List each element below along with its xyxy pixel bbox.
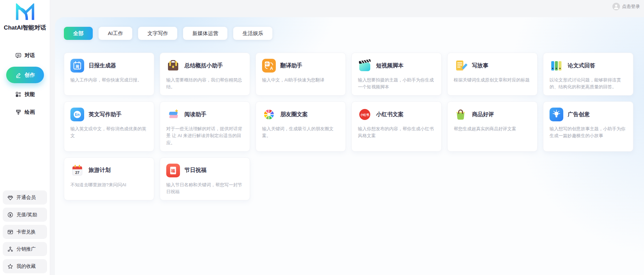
card-title: 写故事 [472,62,488,69]
content-panel: 全部AI工作文字写作新媒体运营生活娱乐 周日报生成器输入工作内容，帮你快速完成日… [55,17,644,275]
sidebar-item-skills[interactable]: 技能 [15,88,35,101]
vip-icon [7,195,13,201]
tool-card-summary[interactable]: 总结概括小助手输入需要概括的内容，我们帮你精简总结。 [160,53,250,96]
ad-creative-icon [550,108,563,121]
festival-icon: 福 [166,164,180,177]
card-title: 节日祝福 [184,167,206,174]
sidebar-button-label: 卡密兑换 [16,229,36,235]
card-title: 阅读助手 [184,111,206,118]
sidebar-item-label: 创作 [25,72,35,78]
reading-icon [166,108,180,121]
card-description: 输入需要概括的内容，我们帮你精简总结。 [166,77,244,90]
tool-card-translate[interactable]: 中A翻译助手输入中文，AI助手快速为您翻译 [256,53,346,96]
tool-card-festival[interactable]: 福节日祝福输入节日名称和关键词，帮您写一封节日祝福 [160,157,250,200]
avatar-icon [612,3,620,10]
card-title: 广告创意 [568,111,590,118]
good-review-icon [454,108,467,121]
tool-card-travel-plan[interactable]: 27旅游计划不知道去哪里旅游?来问问AI [64,157,154,200]
sidebar-button-recharge[interactable]: 充值/奖励 [3,208,47,222]
sidebar-button-favorites[interactable]: 我的收藏 [3,259,47,273]
card-title: 商品好评 [472,111,494,118]
card-description: 不知道去哪里旅游?来问问AI [70,182,148,188]
card-title: 英文写作助手 [89,111,122,118]
card-title: 朋友圈文案 [280,111,308,118]
card-description: 输入英文或中文，帮你润色成优美的英文 [70,125,148,139]
login-label: 点击登录 [622,3,640,10]
redeem-icon [7,229,13,235]
tool-card-reading[interactable]: 阅读助手对于一些无法理解的对话，提供对话背景 让 AI 来进行解读并制定出适当的… [160,101,250,151]
card-title: 论文式回答 [568,62,595,69]
card-description: 输入中文，AI助手快速为您翻译 [262,77,339,84]
create-icon [15,72,22,78]
logo-m-icon [14,3,36,21]
english-writing-icon: En [70,108,84,121]
card-title: 日报生成器 [89,62,116,69]
sidebar: ChatAI智能对话 对话创作技能绘画 开通会员充值/奖励卡密兑换分销推广我的收… [0,0,50,275]
card-title: 旅游计划 [89,167,111,174]
sidebar-item-create[interactable]: 创作 [6,67,44,83]
tool-card-good-review[interactable]: 商品好评帮您生成超真实的商品好评文案 [447,101,538,151]
tab-writing[interactable]: 文字写作 [138,27,177,40]
tool-card-daily-report[interactable]: 周日报生成器输入工作内容，帮你快速完成日报。 [64,53,154,96]
tool-card-xiaohongshu[interactable]: 小红书小红书文案输入你想发布的内容，帮你生成小红书风格文案 [351,101,442,151]
sidebar-button-label: 充值/奖励 [16,212,37,218]
svg-text:27: 27 [75,170,79,174]
tool-card-moments[interactable]: 朋友圈文案输入关键词，生成吸引人的朋友圈文案。 [256,101,346,151]
tool-card-essay-answer[interactable]: 论文式回答以论文形式讨论问题，能够获得连贯的、结构化的和更高质量的回答。 [543,53,633,96]
translate-icon: 中A [262,59,276,73]
tab-life[interactable]: 生活娱乐 [233,27,272,40]
svg-text:福: 福 [171,168,175,173]
svg-text:En: En [75,112,79,117]
card-description: 以论文形式讨论问题，能够获得连贯的、结构化的和更高质量的回答。 [550,77,627,90]
card-title: 小红书文案 [376,111,404,118]
card-description: 输入你想发布的内容，帮你生成小红书风格文案 [358,125,435,139]
sidebar-item-paint[interactable]: 绘画 [15,106,35,119]
card-description: 输入节日名称和关键词，帮您写一封节日祝福 [166,182,244,195]
tool-card-write-story[interactable]: 写故事根据关键词生成原创文章和对应的标题 [447,53,538,96]
svg-text:中: 中 [265,62,269,66]
sidebar-button-label: 我的收藏 [16,263,36,270]
chat-icon [15,52,22,59]
short-video-icon [358,59,372,73]
tab-ai-work[interactable]: AI工作 [99,27,132,40]
travel-plan-icon: 27 [70,164,84,177]
card-description: 输入想要拍摄的主题，小助手为你生成一个短视频脚本 [358,77,435,90]
card-description: 帮您生成超真实的商品好评文案 [454,125,531,132]
sidebar-item-label: 技能 [25,91,35,98]
tab-media[interactable]: 新媒体运营 [183,27,227,40]
category-tabs: 全部AI工作文字写作新媒体运营生活娱乐 [55,17,644,40]
daily-report-icon: 周 [70,59,84,73]
card-description: 输入关键词，生成吸引人的朋友圈文案。 [262,125,339,139]
tool-card-short-video[interactable]: 短视频脚本输入想要拍摄的主题，小助手为你生成一个短视频脚本 [351,53,442,96]
card-description: 根据关键词生成原创文章和对应的标题 [454,77,531,84]
tool-card-english-writing[interactable]: En英文写作助手输入英文或中文，帮你润色成优美的英文 [64,101,154,151]
svg-text:小红书: 小红书 [360,113,369,117]
tool-card-grid: 周日报生成器输入工作内容，帮你快速完成日报。总结概括小助手输入需要概括的内容，我… [55,40,644,200]
sidebar-button-affiliate[interactable]: 分销推广 [3,242,47,256]
sidebar-item-chat[interactable]: 对话 [15,49,35,62]
tool-card-ad-creative[interactable]: 广告创意输入想写的创意故事主题，小助手为你生成一篇妙趣横生的小故事 [543,101,633,151]
xiaohongshu-icon: 小红书 [358,108,372,121]
sidebar-button-label: 分销推广 [16,246,36,252]
affiliate-icon [7,246,13,252]
login-button[interactable]: 点击登录 [612,3,640,10]
svg-text:周: 周 [75,65,79,69]
sidebar-nav: 对话创作技能绘画 [3,49,47,119]
sidebar-button-vip[interactable]: 开通会员 [3,190,47,205]
write-story-icon [454,59,467,73]
card-title: 总结概括小助手 [184,62,223,69]
sidebar-button-redeem[interactable]: 卡密兑换 [3,225,47,239]
paint-icon [15,109,22,116]
sidebar-item-label: 绘画 [25,109,35,116]
tab-all[interactable]: 全部 [64,27,93,40]
app-logo [14,3,36,23]
recharge-icon [7,212,13,218]
skills-icon [15,91,22,98]
essay-answer-icon [550,59,563,73]
app-title: ChatAI智能对话 [4,24,46,32]
card-description: 输入想写的创意故事主题，小助手为你生成一篇妙趣横生的小故事 [550,125,627,139]
sidebar-footer: 开通会员充值/奖励卡密兑换分销推广我的收藏 [3,190,47,273]
card-title: 翻译助手 [280,62,302,69]
moments-icon [262,108,276,121]
card-title: 短视频脚本 [376,62,404,69]
